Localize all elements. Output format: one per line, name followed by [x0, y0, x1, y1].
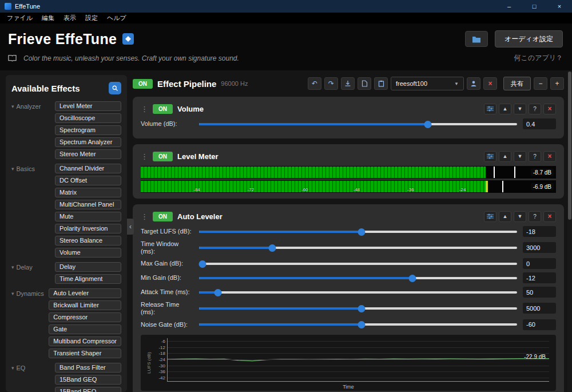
effect-on-toggle[interactable]: ON [153, 152, 173, 161]
category-delay[interactable]: ▾Delay [11, 262, 55, 284]
param-value[interactable]: 0.4 [523, 118, 556, 129]
param-slider[interactable] [199, 274, 517, 282]
delete-effect-button[interactable]: × [543, 104, 556, 114]
delete-effect-button[interactable]: × [543, 211, 556, 222]
effect-item-polarity-inversion[interactable]: Polarity Inversion [55, 224, 121, 233]
routing-button[interactable] [484, 211, 496, 222]
drag-handle-icon[interactable]: ⋮ [141, 152, 148, 161]
effect-item-matrix[interactable]: Matrix [55, 188, 121, 197]
menu-item-help[interactable]: ヘルプ [102, 13, 131, 23]
share-button[interactable]: 共有 [503, 77, 531, 90]
category-dynamics[interactable]: ▾Dynamics [11, 288, 49, 358]
category-eq[interactable]: ▾EQ [11, 363, 55, 392]
param-slider[interactable] [199, 244, 517, 252]
effect-item-brickwall-limiter[interactable]: Brickwall Limiter [49, 300, 121, 310]
folder-button[interactable] [465, 31, 488, 47]
help-button[interactable]: ? [529, 151, 541, 162]
move-down-button[interactable]: ▼ [514, 104, 526, 114]
move-down-button[interactable]: ▼ [514, 211, 526, 222]
clipboard-button[interactable] [374, 77, 388, 90]
sidebar-collapse-button[interactable]: ‹ [127, 219, 134, 235]
slider-thumb[interactable] [357, 305, 365, 312]
effect-item-time-alignment[interactable]: Time Alignment [55, 274, 121, 284]
param-value[interactable]: -12 [523, 272, 556, 283]
preset-select[interactable]: freesoft100 ▼ [391, 77, 464, 90]
download-button[interactable] [341, 77, 355, 90]
effect-item-delay[interactable]: Delay [55, 262, 121, 272]
audio-settings-button[interactable]: オーディオ設定 [495, 30, 563, 47]
scrollbar-thumb[interactable] [568, 72, 571, 220]
routing-button[interactable] [484, 104, 496, 114]
redo-button[interactable]: ↷ [324, 77, 338, 90]
param-slider[interactable] [199, 260, 517, 268]
slider-thumb[interactable] [214, 289, 222, 296]
move-down-button[interactable]: ▼ [514, 151, 526, 162]
effect-item-mute[interactable]: Mute [55, 212, 121, 221]
effect-item-stereo-meter[interactable]: Stereo Meter [55, 149, 121, 159]
help-button[interactable]: ? [529, 211, 541, 222]
category-basics[interactable]: ▾Basics [11, 164, 55, 258]
close-button[interactable]: × [547, 0, 572, 13]
undo-button[interactable]: ↶ [308, 77, 321, 90]
category-analyzer[interactable]: ▾Analyzer [11, 101, 55, 159]
slider-thumb[interactable] [198, 260, 206, 268]
effect-item-stereo-balance[interactable]: Stereo Balance [55, 236, 121, 246]
param-value[interactable]: 3000 [523, 242, 556, 253]
menu-item-view[interactable]: 表示 [59, 13, 81, 23]
effect-on-toggle[interactable]: ON [153, 212, 173, 221]
slider-thumb[interactable] [268, 244, 276, 252]
param-value[interactable]: -60 [523, 319, 556, 330]
effect-on-toggle[interactable]: ON [153, 104, 173, 114]
pipeline-on-toggle[interactable]: ON [133, 79, 153, 89]
effect-item-gate[interactable]: Gate [49, 324, 121, 334]
effect-item-oscilloscope[interactable]: Oscilloscope [55, 113, 121, 123]
user-button[interactable] [467, 77, 480, 90]
slider-thumb[interactable] [357, 321, 365, 328]
menu-item-file[interactable]: ファイル [2, 13, 37, 23]
param-slider[interactable] [199, 228, 517, 236]
manual-icon[interactable] [8, 54, 17, 62]
menu-item-settings[interactable]: 設定 [81, 13, 102, 23]
delete-effect-button[interactable]: × [543, 151, 556, 162]
param-slider[interactable] [199, 288, 517, 296]
move-up-button[interactable]: ▲ [499, 211, 511, 222]
param-value[interactable]: 0 [523, 258, 556, 269]
app-badge-icon[interactable] [122, 33, 134, 45]
clear-pipeline-button[interactable]: × [483, 77, 497, 90]
minimize-button[interactable]: – [496, 0, 522, 13]
param-value[interactable]: 50 [523, 287, 556, 298]
drag-handle-icon[interactable]: ⋮ [141, 105, 148, 113]
effect-item-spectrogram[interactable]: Spectrogram [55, 125, 121, 135]
effect-item-transient-shaper[interactable]: Transient Shaper [49, 349, 121, 358]
effect-item-15band-peq[interactable]: 15Band PEQ [55, 387, 121, 392]
move-up-button[interactable]: ▲ [499, 104, 511, 114]
collapse-all-button[interactable]: − [534, 77, 547, 90]
menu-item-edit[interactable]: 編集 [37, 13, 59, 23]
effect-item-compressor[interactable]: Compressor [49, 312, 121, 322]
move-up-button[interactable]: ▲ [499, 151, 511, 162]
effect-item-spectrum-analyzer[interactable]: Spectrum Analyzer [55, 137, 121, 147]
routing-button[interactable] [484, 151, 496, 162]
effect-item-volume[interactable]: Volume [55, 248, 121, 258]
param-value[interactable]: 5000 [523, 303, 556, 314]
effect-item-multichannel-panel[interactable]: MultiChannel Panel [55, 200, 121, 209]
scrollbar[interactable] [567, 70, 572, 392]
effect-item-auto-leveler[interactable]: Auto Leveler [49, 288, 121, 298]
param-value[interactable]: -18 [523, 226, 556, 237]
slider-thumb[interactable] [408, 275, 416, 282]
effect-item-level-meter[interactable]: Level Meter [55, 101, 121, 111]
effect-item-band-pass-filter[interactable]: Band Pass Filter [55, 363, 121, 373]
search-button[interactable] [109, 82, 121, 94]
effect-item-channel-divider[interactable]: Channel Divider [55, 164, 121, 173]
param-slider[interactable] [199, 320, 517, 328]
effect-item-15band-geq[interactable]: 15Band GEQ [55, 375, 121, 385]
slider-thumb[interactable] [424, 121, 432, 128]
file-button[interactable] [357, 77, 371, 90]
expand-all-button[interactable]: + [550, 77, 564, 90]
effect-item-multiband-compressor[interactable]: Multiband Compressor [49, 336, 121, 346]
slider-thumb[interactable] [357, 228, 365, 236]
drag-handle-icon[interactable]: ⋮ [141, 212, 148, 221]
help-button[interactable]: ? [529, 104, 541, 114]
about-link[interactable]: 何このアプリ？ [514, 53, 563, 63]
effect-item-dc-offset[interactable]: DC Offset [55, 176, 121, 185]
